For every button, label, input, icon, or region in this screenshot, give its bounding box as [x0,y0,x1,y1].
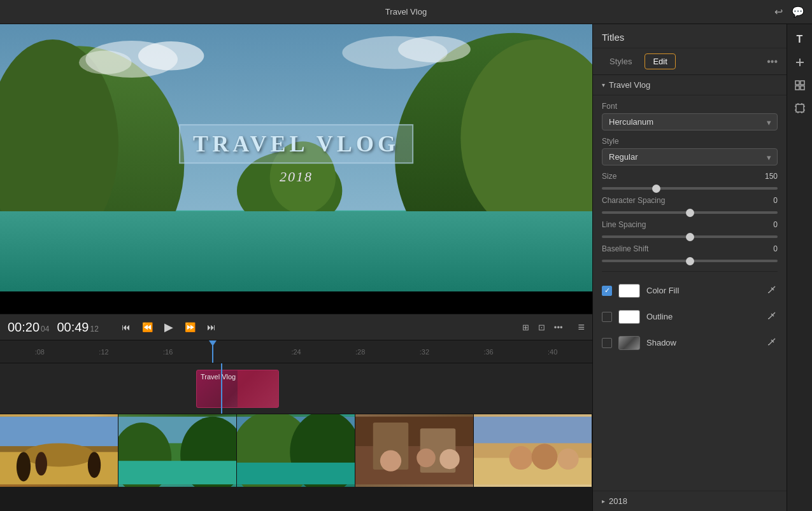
icon-grid[interactable] [790,75,810,95]
hamburger-icon[interactable]: ≡ [578,321,585,334]
filmstrip-thumb-3 [237,414,355,487]
svg-rect-27 [118,461,236,484]
color-fill-eyedropper[interactable] [765,283,778,298]
scrubber[interactable]: :08 :12 :16 :24 :28 :32 :36 :40 [0,340,592,363]
skip-forward-button[interactable]: ⏭ [203,319,220,335]
skip-back-button[interactable]: ⏮ [118,319,134,335]
font-label: Font [602,102,778,111]
size-slider[interactable] [602,187,778,190]
outline-swatch[interactable] [618,310,640,324]
right-panel: Titles Styles Edit ••• ▾ Travel Vlog Fon… [592,24,787,511]
svg-rect-49 [801,81,804,85]
play-button[interactable]: ▶ [160,318,177,337]
line-spacing-slider[interactable] [602,235,778,238]
fullscreen-icon[interactable]: ⊞ [522,323,529,332]
icon-frame[interactable] [790,98,810,118]
svg-point-4 [395,33,592,283]
section-2018[interactable]: ▸ 2018 [593,491,787,511]
filmstrip-thumb-2 [118,414,237,487]
outline-eyedropper[interactable] [765,309,778,324]
svg-point-13 [148,225,182,235]
current-time: 00:20 [8,320,39,335]
style-select-wrapper: Regular [602,148,778,165]
line-spacing-value: 0 [759,220,778,229]
svg-rect-1 [0,211,592,291]
video-main-title: TRAVEL VLOG [179,124,413,164]
chat-icon[interactable]: 💬 [792,6,804,18]
preview-background: TRAVEL VLOG 2018 [0,24,592,291]
svg-rect-48 [795,81,799,85]
outline-checkbox[interactable] [602,312,612,322]
undo-icon[interactable]: ↩ [774,6,783,18]
panel-tabs: Styles Edit ••• [593,48,787,75]
top-icons: ↩ 💬 [774,6,804,18]
step-back-button[interactable]: ⏪ [138,319,157,335]
svg-point-3 [0,39,118,250]
baseline-shift-slider[interactable] [602,260,778,262]
marker-28: :28 [328,348,392,356]
marker-12: :12 [72,348,136,356]
marker-36: :36 [457,348,521,356]
panel-more-button[interactable]: ••• [767,56,778,67]
total-frames: 12 [90,325,98,333]
marker-16: :16 [136,348,200,356]
style-label: Style [602,137,778,146]
section-travel-vlog[interactable]: ▾ Travel Vlog [593,75,787,95]
style-control: Style Regular [602,137,778,165]
char-spacing-value: 0 [759,196,778,205]
color-fill-swatch[interactable] [618,284,640,298]
color-fill-checkbox[interactable] [602,286,612,296]
icon-T[interactable]: T [790,29,810,50]
section-2018-label: 2018 [609,496,627,506]
svg-rect-50 [795,86,799,90]
svg-point-12 [398,36,471,62]
size-value: 150 [759,172,778,181]
transport-bar: 00:20 04 00:49 12 ⏮ ⏪ ▶ ⏩ ⏭ ⊞ ⊡ ••• ≡ [0,314,592,340]
svg-point-45 [557,449,578,470]
svg-point-8 [85,41,178,78]
baseline-shift-value: 0 [759,244,778,253]
font-select-wrapper: Herculanum [602,113,778,130]
filmstrip-thumb-5 [474,414,592,487]
svg-point-44 [532,444,558,470]
tab-styles[interactable]: Styles [602,54,639,69]
marker-32: :32 [392,348,457,356]
transport-right: ⊞ ⊡ ••• ≡ [522,321,585,334]
svg-point-9 [138,41,204,70]
marker-24: :24 [264,348,329,356]
svg-point-19 [24,443,94,466]
shadow-swatch[interactable] [618,336,640,350]
char-spacing-control: Character Spacing 0 [602,196,778,214]
svg-marker-15 [164,214,176,223]
title-clip[interactable]: Travel Vlog [196,370,279,408]
time-display: 00:20 04 00:49 12 [8,320,99,335]
current-frames: 04 [41,325,49,333]
topbar: Travel Vlog ↩ 💬 [0,0,812,24]
svg-point-10 [79,51,132,74]
more-icon[interactable]: ••• [554,323,563,332]
shadow-checkbox[interactable] [602,338,612,348]
svg-point-2 [0,46,184,283]
svg-point-20 [17,452,31,481]
titles-heading: Titles [602,32,624,43]
tab-edit[interactable]: Edit [645,53,675,69]
line-spacing-control: Line Spacing 0 [602,220,778,238]
panel-header: Titles [593,24,787,48]
clip-label: Travel Vlog [201,373,236,381]
step-forward-button[interactable]: ⏩ [181,319,199,335]
char-spacing-slider[interactable] [602,211,778,214]
icon-cross[interactable] [790,52,810,73]
marker-08: :08 [8,348,72,356]
app-title: Travel Vlog [385,7,427,17]
share-icon[interactable]: ⊡ [538,323,545,332]
size-label: Size [602,172,616,181]
svg-rect-52 [796,104,804,112]
font-select[interactable]: Herculanum [602,113,778,130]
shadow-eyedropper[interactable] [765,335,778,350]
svg-point-5 [460,39,592,237]
size-control: Size 150 [602,172,778,190]
style-select[interactable]: Regular [602,148,778,165]
color-fill-row: Color Fill [602,281,778,300]
timeline-playhead [221,363,222,414]
line-spacing-label: Line Spacing [602,220,646,229]
